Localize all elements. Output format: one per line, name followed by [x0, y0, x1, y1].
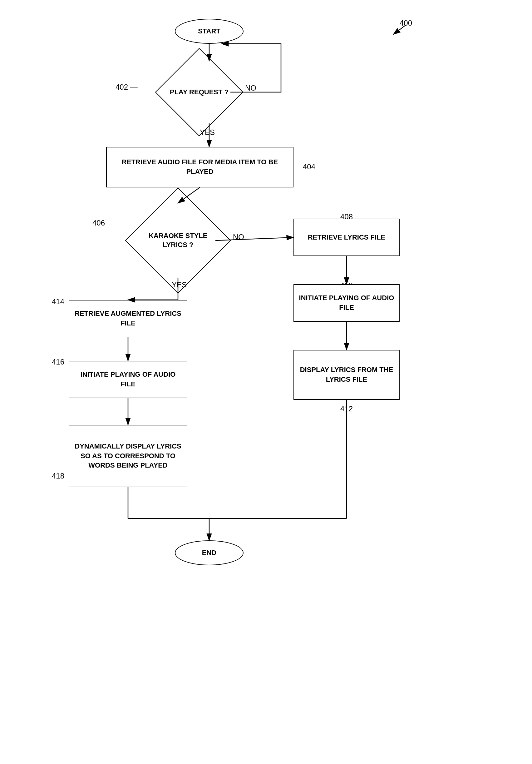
dynamically-display-rect: DYNAMICALLY DISPLAY LYRICS SO AS TO CORR… — [69, 425, 187, 487]
retrieve-augmented-label: RETRIEVE AUGMENTED LYRICS FILE — [69, 306, 187, 331]
karaoke-diamond: KARAOKE STYLE LYRICS ? — [125, 187, 231, 293]
play-request-diamond: PLAY REQUEST ? — [155, 48, 243, 136]
dynamically-display-label: DYNAMICALLY DISPLAY LYRICS SO AS TO CORR… — [69, 439, 187, 473]
initiate-playing-left-label: INITIATE PLAYING OF AUDIO FILE — [69, 367, 187, 392]
initiate-playing-right-label: INITIATE PLAYING OF AUDIO FILE — [294, 291, 399, 315]
display-lyrics-rect: DISPLAY LYRICS FROM THE LYRICS FILE — [294, 350, 400, 400]
label-414: 414 — [52, 297, 64, 306]
no-label-top: NO — [245, 84, 256, 93]
yes-label-top: YES — [200, 128, 215, 137]
label-404: 404 — [303, 162, 315, 171]
initiate-playing-left-rect: INITIATE PLAYING OF AUDIO FILE — [69, 361, 187, 398]
retrieve-lyrics-label: RETRIEVE LYRICS FILE — [304, 230, 389, 245]
no-label-karaoke: NO — [233, 233, 244, 242]
label-418: 418 — [52, 472, 64, 480]
start-label: START — [194, 24, 224, 39]
initiate-playing-right-rect: INITIATE PLAYING OF AUDIO FILE — [294, 284, 400, 322]
label-402: 402 — — [115, 83, 138, 92]
label-412: 412 — [340, 405, 353, 413]
label-416: 416 — [52, 358, 64, 366]
display-lyrics-label: DISPLAY LYRICS FROM THE LYRICS FILE — [294, 363, 399, 387]
retrieve-augmented-rect: RETRIEVE AUGMENTED LYRICS FILE — [69, 300, 187, 337]
label-406: 406 — [92, 219, 105, 227]
yes-label-karaoke: YES — [172, 281, 187, 289]
retrieve-audio-rect: RETRIEVE AUDIO FILE FOR MEDIA ITEM TO BE… — [106, 147, 294, 187]
retrieve-lyrics-rect: RETRIEVE LYRICS FILE — [294, 219, 400, 256]
label-400: 400 — [400, 19, 412, 28]
karaoke-label: KARAOKE STYLE LYRICS ? — [141, 232, 215, 249]
retrieve-audio-label: RETRIEVE AUDIO FILE FOR MEDIA ITEM TO BE… — [107, 155, 293, 179]
flowchart-diagram: 400 START 402 — PLAY REQUEST ? NO YES RE… — [0, 0, 532, 764]
start-shape: START — [175, 19, 243, 44]
play-request-label: PLAY REQUEST ? — [170, 88, 228, 97]
end-label: END — [198, 546, 220, 560]
end-shape: END — [175, 540, 243, 565]
